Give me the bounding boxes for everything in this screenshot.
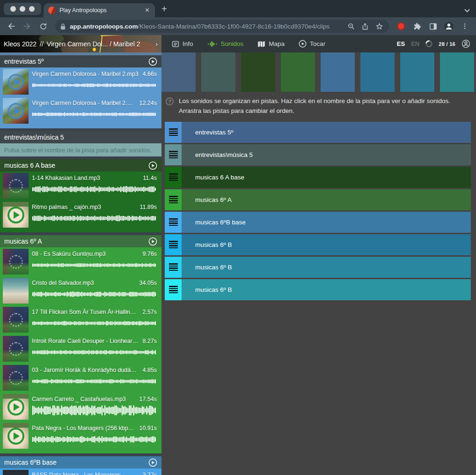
url-text[interactable]: app.antropoloops.com/Kleos-Santa-Marina/… — [70, 23, 342, 30]
track-color-swatch[interactable] — [241, 52, 275, 92]
clip-thumbnail[interactable] — [3, 365, 29, 391]
track-name[interactable]: musicas 6º B — [195, 241, 232, 248]
tab-tocar[interactable]: Tocar — [299, 40, 325, 48]
clip-row[interactable]: Virgen Carmen Dolorosa - Maribel 2.mp34.… — [0, 67, 161, 96]
tab-close-icon[interactable]: × — [144, 7, 150, 14]
breadcrumb[interactable]: Kleos 2022 // Virgen Carmen Dol... / Mar… — [0, 35, 161, 52]
track-color-swatch[interactable] — [281, 52, 315, 92]
track-row[interactable]: musicas 6º B — [165, 257, 471, 278]
drag-handle[interactable] — [165, 122, 182, 143]
clip-row[interactable]: 03 - Jaromír Horák & Konrádyho dudácká .… — [0, 364, 161, 393]
clip-row[interactable]: Pata Negra - Los Managers (256 kbps).mp3… — [0, 422, 161, 451]
clip-row[interactable]: Introit Rorate Caeli Desuper - Lionheart… — [0, 334, 161, 364]
track-name[interactable]: musicas 6º B — [195, 264, 232, 271]
window-close-button[interactable] — [10, 6, 16, 12]
breadcrumb-current[interactable]: Virgen Carmen Dol... / Maribel 2 — [47, 40, 152, 48]
track-color-swatch[interactable] — [440, 52, 474, 92]
track-row[interactable]: musicas 6º A — [165, 189, 471, 210]
section-title[interactable]: entrevistas\música 5 — [4, 134, 157, 141]
track-row[interactable]: musicas 6º B — [165, 279, 471, 300]
zoom-level-icon[interactable] — [346, 21, 356, 31]
section-play-button[interactable] — [148, 57, 157, 66]
section-title[interactable]: musicas 6ºB base — [4, 459, 148, 466]
tab-mapa[interactable]: Mapa — [257, 40, 285, 48]
track-row[interactable]: musicas 6ºB base — [165, 212, 471, 233]
clip-thumbnail[interactable] — [3, 202, 29, 228]
clip-thumbnail[interactable] — [3, 307, 29, 333]
track-name[interactable]: musicas 6º B — [195, 286, 232, 293]
track-section-header[interactable]: entrevistas\música 5 — [0, 131, 161, 143]
account-icon[interactable] — [461, 39, 470, 48]
window-minimize-button[interactable] — [20, 6, 25, 12]
clip-row[interactable]: Carmen Carreto _ Castañuelas.mp317.54s — [0, 393, 161, 422]
track-section-header[interactable]: musicas 6 A base — [0, 159, 161, 171]
tab-info[interactable]: Info — [172, 40, 193, 48]
track-row[interactable]: musicas 6 A base — [165, 167, 471, 188]
clip-row[interactable]: Cristo del Salvador.mp334.05s — [0, 276, 161, 305]
track-name[interactable]: entrevistas\música 5 — [195, 151, 253, 158]
track-color-swatch[interactable] — [400, 52, 434, 92]
section-title[interactable]: entrevistas 5º — [4, 58, 148, 65]
section-title[interactable]: musicas 6 A base — [4, 162, 148, 169]
clip-thumbnail[interactable] — [3, 98, 29, 124]
drag-handle[interactable] — [165, 234, 182, 255]
track-section-header[interactable]: entrevistas 5º — [0, 55, 161, 67]
window-zoom-button[interactable] — [29, 6, 35, 12]
bookmark-star-icon[interactable] — [374, 21, 384, 31]
clip-row[interactable]: 1-14 Khakasian Land.mp311.4s — [0, 171, 161, 200]
track-color-swatch[interactable] — [360, 52, 395, 92]
breadcrumb-project[interactable]: Kleos 2022 — [4, 40, 37, 48]
drag-handle[interactable] — [165, 167, 182, 188]
clip-row[interactable]: 08 - Es Sakūru Guntiņu.mp39.76s — [0, 247, 161, 276]
tab-search-chevron-icon[interactable] — [464, 8, 470, 13]
track-section-header[interactable]: musicas 6ºB base — [0, 456, 161, 468]
section-title[interactable]: musicas 6º A — [4, 238, 148, 245]
clip-row[interactable]: 17 Till Flickan Som Är Tusen År-Halling … — [0, 305, 161, 334]
side-panel-icon[interactable] — [426, 20, 439, 33]
track-color-swatch[interactable] — [201, 52, 235, 92]
track-name[interactable]: musicas 6º A — [195, 196, 232, 203]
forward-icon[interactable] — [21, 20, 34, 33]
clip-thumbnail[interactable] — [3, 470, 29, 475]
browser-tab[interactable]: Play Antropoloops × — [44, 3, 155, 17]
clip-thumbnail[interactable] — [3, 173, 29, 199]
drag-handle[interactable] — [165, 257, 182, 278]
clip-thumbnail[interactable] — [3, 336, 29, 362]
clip-thumbnail[interactable] — [3, 423, 29, 449]
track-name[interactable]: entrevistas 5º — [195, 129, 233, 136]
clip-row[interactable]: Ritmo palmas _ cajón.mp311.89s — [0, 200, 161, 230]
back-icon[interactable] — [5, 20, 18, 33]
section-play-button[interactable] — [148, 458, 157, 467]
drag-handle[interactable] — [165, 189, 182, 210]
drag-handle[interactable] — [165, 144, 182, 165]
clip-row[interactable]: BASE Pata Negra - Los Managers3.77s — [0, 468, 161, 475]
track-row[interactable]: entrevistas 5º — [165, 122, 471, 143]
reload-icon[interactable] — [37, 20, 50, 33]
menu-kebab-icon[interactable] — [458, 20, 471, 33]
tab-sonidos[interactable]: Sonidos — [207, 40, 244, 48]
clip-thumbnail[interactable] — [3, 69, 29, 95]
address-bar[interactable]: app.antropoloops.com/Kleos-Santa-Marina/… — [55, 20, 389, 33]
track-section-header[interactable]: musicas 6º A — [0, 235, 161, 247]
share-icon[interactable] — [360, 21, 370, 31]
drag-handle[interactable] — [165, 212, 182, 233]
clip-thumbnail[interactable] — [3, 394, 29, 420]
track-color-swatch[interactable] — [161, 52, 196, 92]
new-tab-button[interactable]: + — [161, 4, 167, 14]
clip-thumbnail[interactable] — [3, 249, 29, 275]
section-play-button[interactable] — [148, 237, 157, 246]
record-indicator-icon[interactable] — [395, 20, 408, 33]
profile-avatar[interactable] — [442, 20, 455, 33]
extensions-puzzle-icon[interactable] — [410, 20, 424, 33]
drag-handle[interactable] — [165, 279, 182, 300]
clip-thumbnail[interactable] — [3, 278, 29, 304]
track-name[interactable]: musicas 6ºB base — [195, 219, 246, 226]
track-row[interactable]: musicas 6º B — [165, 234, 471, 255]
track-color-swatch[interactable] — [321, 52, 355, 92]
lang-es-button[interactable]: ES — [397, 40, 405, 47]
lang-en-button[interactable]: EN — [411, 40, 419, 47]
track-name[interactable]: musicas 6 A base — [195, 174, 244, 181]
track-row[interactable]: entrevistas\música 5 — [165, 144, 471, 165]
clip-row[interactable]: Virgen Carmen Dolorosa - Maribel 2.mp312… — [0, 96, 161, 126]
section-play-button[interactable] — [148, 161, 157, 170]
